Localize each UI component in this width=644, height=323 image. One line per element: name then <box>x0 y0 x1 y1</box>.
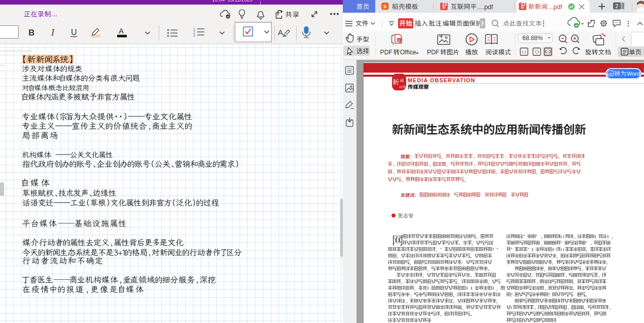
svg-text:....pdf: ....pdf <box>477 4 493 11</box>
svg-text:2: 2 <box>616 3 619 9</box>
svg-text:Office: Office <box>400 49 416 56</box>
svg-text:A: A <box>119 26 124 35</box>
svg-text:I: I <box>51 27 55 38</box>
svg-text:1:1: 1:1 <box>521 50 526 54</box>
svg-text:MEDIA OBSERVATION: MEDIA OBSERVATION <box>408 77 475 83</box>
svg-text:...pdf: ...pdf <box>548 4 562 11</box>
svg-text:3: 3 <box>193 34 195 37</box>
svg-text:U: U <box>71 28 77 37</box>
svg-text:A: A <box>278 28 283 37</box>
svg-text:PDF: PDF <box>427 49 440 56</box>
svg-text:B: B <box>28 28 34 38</box>
svg-text:PDF: PDF <box>380 49 393 56</box>
svg-text:W: W <box>609 72 613 76</box>
svg-text:...: ... <box>52 10 57 18</box>
svg-text:68.88%: 68.88% <box>522 35 543 42</box>
svg-text:Word: Word <box>627 71 640 77</box>
